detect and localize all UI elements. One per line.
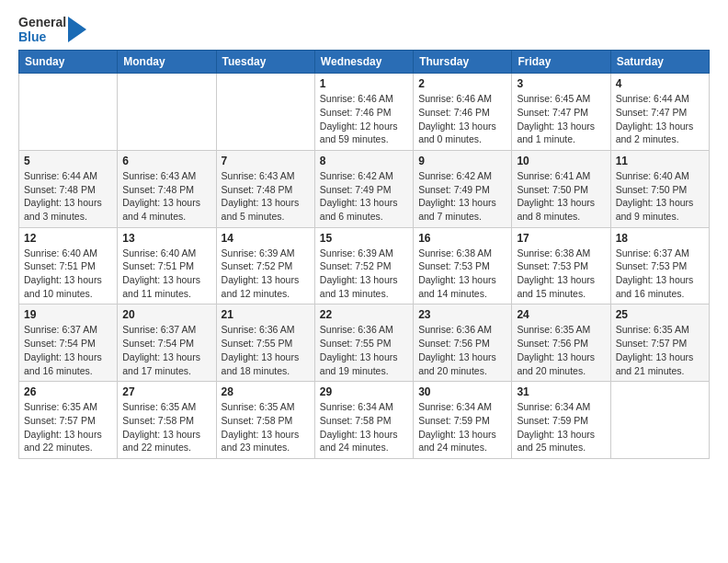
- day-number: 5: [24, 155, 112, 167]
- day-info: Sunrise: 6:37 AM Sunset: 7:53 PM Dayligh…: [616, 247, 704, 301]
- day-number: 13: [122, 232, 210, 245]
- day-info: Sunrise: 6:46 AM Sunset: 7:46 PM Dayligh…: [320, 92, 408, 146]
- day-number: 4: [616, 77, 704, 90]
- day-cell: 18Sunrise: 6:37 AM Sunset: 7:53 PM Dayli…: [610, 227, 709, 304]
- week-row-4: 19Sunrise: 6:37 AM Sunset: 7:54 PM Dayli…: [19, 304, 710, 382]
- day-cell: 26Sunrise: 6:35 AM Sunset: 7:57 PM Dayli…: [19, 382, 118, 459]
- day-info: Sunrise: 6:40 AM Sunset: 7:51 PM Dayligh…: [122, 247, 210, 301]
- day-number: 3: [517, 77, 605, 90]
- day-info: Sunrise: 6:35 AM Sunset: 7:57 PM Dayligh…: [24, 400, 112, 454]
- day-cell: 22Sunrise: 6:36 AM Sunset: 7:55 PM Dayli…: [314, 304, 413, 382]
- day-cell: 20Sunrise: 6:37 AM Sunset: 7:54 PM Dayli…: [118, 304, 216, 382]
- day-number: 20: [122, 308, 210, 321]
- day-number: 25: [616, 308, 704, 321]
- day-number: 18: [616, 232, 704, 245]
- day-info: Sunrise: 6:43 AM Sunset: 7:48 PM Dayligh…: [122, 169, 210, 224]
- day-cell: 28Sunrise: 6:35 AM Sunset: 7:58 PM Dayli…: [216, 382, 314, 459]
- day-cell: 4Sunrise: 6:44 AM Sunset: 7:47 PM Daylig…: [610, 74, 709, 151]
- day-number: 26: [24, 385, 112, 398]
- calendar-header: General Blue: [18, 15, 710, 44]
- week-row-5: 26Sunrise: 6:35 AM Sunset: 7:57 PM Dayli…: [19, 382, 710, 459]
- day-info: Sunrise: 6:36 AM Sunset: 7:55 PM Dayligh…: [320, 323, 408, 377]
- logo: General Blue: [18, 15, 86, 44]
- day-number: 1: [320, 77, 408, 90]
- day-cell: [19, 74, 118, 151]
- day-info: Sunrise: 6:44 AM Sunset: 7:48 PM Dayligh…: [24, 169, 112, 224]
- day-number: 28: [222, 385, 310, 398]
- day-cell: 27Sunrise: 6:35 AM Sunset: 7:58 PM Dayli…: [118, 382, 216, 459]
- calendar-table: SundayMondayTuesdayWednesdayThursdayFrid…: [18, 50, 710, 459]
- logo-blue: Blue: [18, 29, 66, 44]
- day-number: 12: [24, 232, 112, 245]
- calendar-container: General Blue SundayMondayTuesdayWednesda…: [0, 0, 728, 474]
- day-info: Sunrise: 6:36 AM Sunset: 7:56 PM Dayligh…: [418, 323, 506, 377]
- day-cell: 12Sunrise: 6:40 AM Sunset: 7:51 PM Dayli…: [19, 227, 118, 304]
- day-cell: 23Sunrise: 6:36 AM Sunset: 7:56 PM Dayli…: [414, 304, 512, 382]
- day-cell: 29Sunrise: 6:34 AM Sunset: 7:58 PM Dayli…: [314, 382, 413, 459]
- day-cell: 8Sunrise: 6:42 AM Sunset: 7:49 PM Daylig…: [314, 150, 413, 227]
- day-info: Sunrise: 6:38 AM Sunset: 7:53 PM Dayligh…: [517, 247, 605, 301]
- day-cell: 10Sunrise: 6:41 AM Sunset: 7:50 PM Dayli…: [512, 150, 610, 227]
- day-cell: 2Sunrise: 6:46 AM Sunset: 7:46 PM Daylig…: [414, 74, 512, 151]
- day-info: Sunrise: 6:41 AM Sunset: 7:50 PM Dayligh…: [517, 169, 605, 224]
- day-info: Sunrise: 6:34 AM Sunset: 7:59 PM Dayligh…: [418, 400, 506, 454]
- day-cell: 13Sunrise: 6:40 AM Sunset: 7:51 PM Dayli…: [118, 227, 216, 304]
- logo-general: General: [18, 15, 66, 29]
- day-info: Sunrise: 6:37 AM Sunset: 7:54 PM Dayligh…: [24, 323, 112, 377]
- day-cell: [118, 74, 216, 151]
- day-cell: 7Sunrise: 6:43 AM Sunset: 7:48 PM Daylig…: [216, 150, 314, 227]
- day-cell: 19Sunrise: 6:37 AM Sunset: 7:54 PM Dayli…: [19, 304, 118, 382]
- day-cell: 5Sunrise: 6:44 AM Sunset: 7:48 PM Daylig…: [19, 150, 118, 227]
- day-cell: 30Sunrise: 6:34 AM Sunset: 7:59 PM Dayli…: [414, 382, 512, 459]
- svg-marker-0: [68, 17, 86, 42]
- week-row-1: 1Sunrise: 6:46 AM Sunset: 7:46 PM Daylig…: [19, 74, 710, 151]
- weekday-header-thursday: Thursday: [414, 51, 512, 74]
- day-info: Sunrise: 6:35 AM Sunset: 7:58 PM Dayligh…: [222, 400, 310, 454]
- day-info: Sunrise: 6:40 AM Sunset: 7:51 PM Dayligh…: [24, 247, 112, 301]
- day-cell: 24Sunrise: 6:35 AM Sunset: 7:56 PM Dayli…: [512, 304, 610, 382]
- day-number: 22: [320, 308, 408, 321]
- week-row-2: 5Sunrise: 6:44 AM Sunset: 7:48 PM Daylig…: [19, 150, 710, 227]
- weekday-header-tuesday: Tuesday: [216, 51, 314, 74]
- day-cell: [216, 74, 314, 151]
- day-number: 16: [418, 232, 506, 245]
- day-info: Sunrise: 6:38 AM Sunset: 7:53 PM Dayligh…: [418, 247, 506, 301]
- day-cell: 11Sunrise: 6:40 AM Sunset: 7:50 PM Dayli…: [610, 150, 709, 227]
- day-info: Sunrise: 6:44 AM Sunset: 7:47 PM Dayligh…: [616, 92, 704, 146]
- day-info: Sunrise: 6:35 AM Sunset: 7:56 PM Dayligh…: [517, 323, 605, 377]
- day-info: Sunrise: 6:35 AM Sunset: 7:58 PM Dayligh…: [122, 400, 210, 454]
- logo-arrow-icon: [68, 17, 86, 42]
- day-cell: [610, 382, 709, 459]
- day-cell: 9Sunrise: 6:42 AM Sunset: 7:49 PM Daylig…: [414, 150, 512, 227]
- week-row-3: 12Sunrise: 6:40 AM Sunset: 7:51 PM Dayli…: [19, 227, 710, 304]
- day-info: Sunrise: 6:39 AM Sunset: 7:52 PM Dayligh…: [222, 247, 310, 301]
- day-number: 2: [418, 77, 506, 90]
- day-cell: 31Sunrise: 6:34 AM Sunset: 7:59 PM Dayli…: [512, 382, 610, 459]
- weekday-header-sunday: Sunday: [19, 51, 118, 74]
- day-cell: 21Sunrise: 6:36 AM Sunset: 7:55 PM Dayli…: [216, 304, 314, 382]
- day-number: 21: [222, 308, 310, 321]
- weekday-header-saturday: Saturday: [610, 51, 709, 74]
- day-number: 11: [616, 155, 704, 167]
- day-info: Sunrise: 6:36 AM Sunset: 7:55 PM Dayligh…: [222, 323, 310, 377]
- day-number: 10: [517, 155, 605, 167]
- day-info: Sunrise: 6:37 AM Sunset: 7:54 PM Dayligh…: [122, 323, 210, 377]
- day-cell: 25Sunrise: 6:35 AM Sunset: 7:57 PM Dayli…: [610, 304, 709, 382]
- day-number: 14: [222, 232, 310, 245]
- weekday-header-monday: Monday: [118, 51, 216, 74]
- day-info: Sunrise: 6:34 AM Sunset: 7:58 PM Dayligh…: [320, 400, 408, 454]
- day-info: Sunrise: 6:35 AM Sunset: 7:57 PM Dayligh…: [616, 323, 704, 377]
- day-number: 27: [122, 385, 210, 398]
- weekday-header-wednesday: Wednesday: [314, 51, 413, 74]
- day-cell: 14Sunrise: 6:39 AM Sunset: 7:52 PM Dayli…: [216, 227, 314, 304]
- day-number: 6: [122, 155, 210, 167]
- day-number: 9: [418, 155, 506, 167]
- weekday-header-friday: Friday: [512, 51, 610, 74]
- day-info: Sunrise: 6:34 AM Sunset: 7:59 PM Dayligh…: [517, 400, 605, 454]
- day-info: Sunrise: 6:46 AM Sunset: 7:46 PM Dayligh…: [418, 92, 506, 146]
- day-number: 31: [517, 385, 605, 398]
- day-cell: 16Sunrise: 6:38 AM Sunset: 7:53 PM Dayli…: [414, 227, 512, 304]
- day-cell: 15Sunrise: 6:39 AM Sunset: 7:52 PM Dayli…: [314, 227, 413, 304]
- day-cell: 3Sunrise: 6:45 AM Sunset: 7:47 PM Daylig…: [512, 74, 610, 151]
- day-number: 19: [24, 308, 112, 321]
